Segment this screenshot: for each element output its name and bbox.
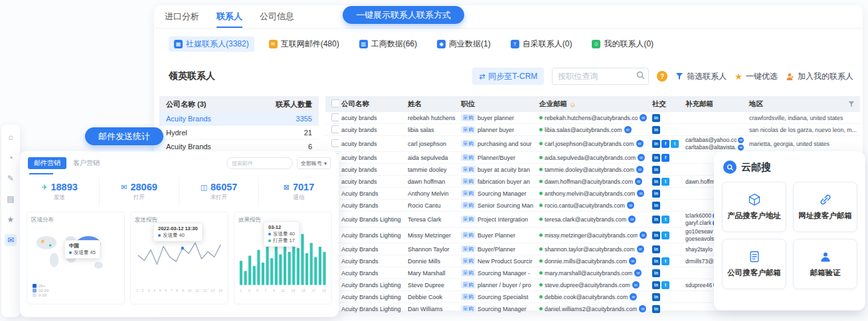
- mail-icon[interactable]: ✉: [5, 234, 17, 246]
- table-row[interactable]: acuity brands rebekah hutchens 采购 buyer …: [325, 112, 860, 124]
- sync-tcrm-button[interactable]: ⇄ 同步至T-CRM: [472, 68, 544, 85]
- cell-title: 采购 Senior Sourcing Man: [458, 202, 537, 209]
- social-icon[interactable]: in: [652, 305, 660, 313]
- social-icon[interactable]: in: [652, 281, 660, 289]
- tab-company-info[interactable]: 公司信息: [260, 11, 294, 23]
- email-text: rebekah.hutchens@acuitybrands.com: [545, 115, 638, 121]
- send-mail-icon[interactable]: ✉: [639, 305, 646, 312]
- send-mail-icon[interactable]: ✉: [640, 231, 647, 239]
- filter-contacts-button[interactable]: 筛选联系人: [675, 71, 727, 82]
- source-chip[interactable]: ◆ 商业数据(1): [432, 36, 496, 52]
- row-checkbox[interactable]: [331, 113, 339, 121]
- social-icon[interactable]: in: [652, 126, 660, 134]
- search-icon[interactable]: [636, 71, 645, 80]
- social-icon[interactable]: in: [652, 154, 660, 162]
- verified-dot-icon: [539, 295, 543, 298]
- cloud-search-logo-icon: [723, 160, 737, 174]
- source-chip[interactable]: T 自采联系人(0): [505, 36, 578, 52]
- cell-company: Acuity Brands Lighting: [339, 216, 405, 223]
- social-icon[interactable]: t: [661, 216, 669, 224]
- company-row[interactable]: Acuity Brands 3355: [159, 112, 319, 126]
- select-all-checkbox[interactable]: [331, 99, 339, 107]
- send-mail-icon[interactable]: ✉: [634, 269, 642, 277]
- social-icon[interactable]: in: [652, 190, 660, 198]
- company-name: Acuity Brands: [166, 143, 211, 151]
- cell-social: int: [650, 281, 683, 289]
- tab-email-marketing[interactable]: 邮件营销: [28, 157, 66, 169]
- social-icon[interactable]: in: [652, 257, 660, 265]
- cell-title: 采购 fabrication buyer an: [458, 178, 537, 185]
- source-chip[interactable]: ☺ 我的联系人(0): [586, 36, 659, 52]
- social-icon[interactable]: in: [652, 245, 660, 253]
- one-click-optimize-button[interactable]: ★ 一键优选: [735, 71, 778, 82]
- help-icon[interactable]: ?: [657, 71, 667, 82]
- send-mail-icon[interactable]: ✉: [637, 190, 644, 197]
- send-mail-icon[interactable]: ✉: [627, 202, 634, 209]
- social-icon[interactable]: in: [652, 269, 660, 277]
- search-input[interactable]: [552, 68, 649, 85]
- compose-icon[interactable]: ✎: [5, 172, 17, 184]
- social-icon[interactable]: in: [652, 114, 660, 122]
- tab-customer-marketing[interactable]: 客户营销: [73, 159, 100, 168]
- add-to-my-contacts-button[interactable]: 加入我的联系人: [786, 71, 853, 82]
- social-icon[interactable]: f: [661, 154, 669, 162]
- source-chip[interactable]: ▥ 工商数据(66): [354, 36, 422, 52]
- social-icon[interactable]: f: [661, 140, 669, 148]
- social-icon[interactable]: t: [661, 257, 669, 265]
- home-icon[interactable]: ⌂: [5, 131, 17, 143]
- table-row[interactable]: acuity brands libia salas 采购 planner buy…: [325, 124, 860, 136]
- send-mail-icon[interactable]: ✉: [738, 137, 744, 143]
- source-chip[interactable]: ✉ 互联网邮件(480): [264, 36, 345, 52]
- social-icon[interactable]: t: [671, 140, 679, 148]
- list-icon[interactable]: ▤: [5, 193, 17, 205]
- send-mail-icon[interactable]: ✉: [636, 140, 644, 147]
- send-mail-icon[interactable]: ✉: [638, 154, 645, 161]
- send-mail-icon[interactable]: ✉: [629, 257, 636, 265]
- table-row[interactable]: acuity brands carl josephson 采购 purchasi…: [325, 136, 860, 152]
- social-icon[interactable]: in: [652, 202, 660, 210]
- send-mail-icon[interactable]: ✉: [738, 145, 744, 151]
- tick-label: 13: [211, 289, 215, 292]
- social-icon[interactable]: t: [661, 231, 669, 239]
- contacts-method-badge: 一键展示联系人联系方式: [343, 6, 464, 24]
- email-text: rocio.cantu@acuitybrands.com: [545, 202, 625, 209]
- social-icon[interactable]: t: [661, 178, 669, 186]
- send-mail-icon[interactable]: ✉: [640, 114, 647, 121]
- column-filter-icon[interactable]: [848, 101, 855, 107]
- social-icon[interactable]: in: [652, 216, 660, 224]
- row-checkbox[interactable]: [331, 139, 339, 147]
- history-icon[interactable]: ◔: [5, 152, 17, 164]
- social-icon[interactable]: in: [652, 178, 660, 186]
- send-mail-icon[interactable]: ✉: [628, 216, 636, 223]
- mini-search-input[interactable]: [226, 157, 293, 169]
- send-mail-icon[interactable]: ✉: [637, 245, 644, 253]
- favorites-icon[interactable]: ★: [5, 214, 17, 225]
- social-icon[interactable]: in: [652, 166, 660, 174]
- card-email-verify[interactable]: 邮箱验证: [793, 239, 857, 289]
- send-mail-icon[interactable]: ✉: [630, 293, 637, 300]
- social-icon[interactable]: in: [652, 231, 660, 239]
- social-icon[interactable]: in: [652, 293, 660, 301]
- card-company-search[interactable]: 公司搜客户邮箱: [722, 239, 786, 289]
- row-checkbox[interactable]: [331, 125, 339, 133]
- tab-import-analysis[interactable]: 进口分析: [165, 11, 199, 23]
- purchase-tag: 采购: [461, 140, 476, 147]
- send-mail-icon[interactable]: ✉: [632, 281, 640, 289]
- account-select[interactable]: 全部账号 ▾: [297, 157, 331, 169]
- source-chip[interactable]: ▦ 社媒联系人(3382): [169, 36, 254, 52]
- social-icon[interactable]: t: [661, 281, 669, 289]
- send-mail-icon[interactable]: ✉: [636, 166, 644, 173]
- tooltip-value: 45: [90, 249, 96, 255]
- company-row[interactable]: Hydrel 21: [159, 126, 319, 140]
- send-mail-icon[interactable]: ✉: [624, 126, 632, 133]
- card-url-search[interactable]: 网址搜客户邮箱: [793, 182, 857, 232]
- card-product-search[interactable]: 产品搜客户地址: [722, 182, 786, 232]
- dot-icon: [158, 234, 161, 237]
- social-icon[interactable]: in: [652, 140, 660, 148]
- send-mail-icon[interactable]: ✉: [635, 178, 642, 185]
- x-axis-ticks: 1234567891011121314: [135, 288, 224, 292]
- extra-email-text: sdupree46: [685, 282, 712, 289]
- cell-region: san nicolas de los garza, nuevo leon, m.…: [746, 127, 860, 133]
- tab-contacts[interactable]: 联系人: [217, 11, 242, 23]
- send-report-chart-card: 发送报告 1234567891011121314 2022-03-12 13:3…: [130, 212, 228, 304]
